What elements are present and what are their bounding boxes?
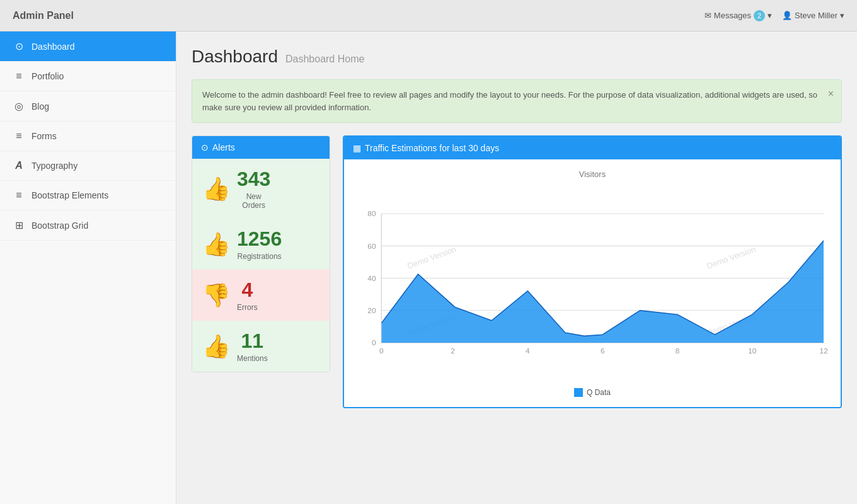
svg-text:80: 80 (367, 210, 376, 219)
welcome-alert: Welcome to the admin dashboard! Feel fre… (192, 79, 842, 123)
svg-text:40: 40 (367, 274, 376, 283)
messages-button[interactable]: ✉ Messages 2 ▾ (705, 10, 772, 21)
bootstrap-elements-icon: ≡ (13, 190, 25, 201)
alert-row-orders: 👍 343 NewOrders (192, 159, 330, 219)
sidebar-item-label: Portfolio (32, 71, 64, 81)
sidebar-item-label: Typography (32, 161, 78, 171)
errors-label: Errors (237, 303, 258, 312)
alerts-widget: ⊙ Alerts 👍 343 NewOrders 👍 1256 (192, 135, 330, 372)
sidebar-item-dashboard[interactable]: ⊙ Dashboard (0, 32, 176, 62)
traffic-widget-body: Visitors (344, 159, 841, 407)
sidebar-item-forms[interactable]: ≡ Forms (0, 122, 176, 151)
alert-text: Welcome to the admin dashboard! Feel fre… (202, 90, 817, 112)
messages-badge: 2 (754, 10, 765, 21)
orders-label: NewOrders (242, 192, 265, 210)
svg-text:4: 4 (526, 346, 530, 355)
forms-icon: ≡ (13, 130, 25, 142)
user-label: Steve Miller (795, 11, 837, 20)
content-area: Dashboard Dashboard Home Welcome to the … (176, 32, 857, 504)
svg-text:8: 8 (676, 346, 680, 355)
alerts-header-title: Alerts (212, 142, 235, 152)
traffic-widget: ▦ Traffic Estimations for last 30 days V… (343, 135, 842, 408)
sidebar: ⊙ Dashboard ≡ Portfolio ◎ Blog ≡ Forms A… (0, 32, 176, 504)
svg-text:0: 0 (372, 338, 376, 347)
page-subtitle: Dashboard Home (285, 54, 364, 65)
mentions-value: 11 (241, 329, 264, 353)
sidebar-item-label: Bootstrap Elements (32, 190, 108, 200)
sidebar-item-bootstrap-elements[interactable]: ≡ Bootstrap Elements (0, 181, 176, 210)
dashboard-icon: ⊙ (13, 40, 25, 52)
legend-label: Q Data (587, 388, 611, 397)
sidebar-item-bootstrap-grid[interactable]: ⊞ Bootstrap Grid (0, 210, 176, 241)
thumbs-down-icon-errors: 👎 (202, 282, 231, 309)
chart-container: 0 20 40 60 80 0 2 4 6 8 10 12 (354, 181, 831, 383)
thumbs-up-icon-registrations: 👍 (202, 231, 231, 258)
svg-text:Demo Version: Demo Version (406, 244, 457, 270)
svg-text:12: 12 (820, 346, 828, 355)
user-menu[interactable]: 👤 Steve Miller ▾ (782, 11, 844, 20)
thumbs-up-icon-mentions: 👍 (202, 333, 231, 360)
page-header: Dashboard Dashboard Home (192, 47, 842, 67)
traffic-header-icon: ▦ (353, 143, 361, 153)
svg-text:0: 0 (379, 346, 384, 355)
traffic-widget-header: ▦ Traffic Estimations for last 30 days (344, 137, 841, 159)
svg-text:Demo Version: Demo Version (705, 244, 757, 270)
alerts-widget-header: ⊙ Alerts (192, 136, 330, 159)
chart-legend: Q Data (354, 388, 831, 397)
traffic-chart: 0 20 40 60 80 0 2 4 6 8 10 12 (354, 181, 831, 383)
sidebar-item-blog[interactable]: ◎ Blog (0, 91, 176, 122)
page-title: Dashboard (192, 47, 278, 67)
sidebar-item-portfolio[interactable]: ≡ Portfolio (0, 62, 176, 91)
sidebar-item-label: Dashboard (32, 42, 75, 52)
errors-value: 4 (241, 278, 253, 302)
portfolio-icon: ≡ (13, 71, 25, 82)
svg-text:2: 2 (451, 346, 455, 355)
alerts-header-icon: ⊙ (201, 142, 209, 152)
chart-title: Visitors (354, 169, 831, 179)
sidebar-item-typography[interactable]: A Typography (0, 151, 176, 181)
widgets-row: ⊙ Alerts 👍 343 NewOrders 👍 1256 (192, 135, 842, 408)
svg-text:10: 10 (748, 346, 757, 355)
svg-text:60: 60 (367, 242, 376, 251)
traffic-header-title: Traffic Estimations for last 30 days (365, 143, 499, 153)
sidebar-item-label: Bootstrap Grid (32, 220, 88, 231)
mentions-label: Mentions (237, 354, 268, 363)
navbar: Admin Panel ✉ Messages 2 ▾ 👤 Steve Mille… (0, 0, 857, 32)
typography-icon: A (13, 160, 25, 171)
user-icon: 👤 (782, 11, 792, 20)
bootstrap-grid-icon: ⊞ (13, 219, 25, 231)
alert-cell-orders: 343 NewOrders (237, 168, 270, 210)
orders-value: 343 (237, 168, 270, 191)
svg-text:20: 20 (367, 306, 376, 315)
navbar-right: ✉ Messages 2 ▾ 👤 Steve Miller ▾ (705, 10, 844, 21)
alert-row-errors: 👎 4 Errors (192, 270, 330, 321)
thumbs-up-icon-orders: 👍 (202, 176, 231, 202)
sidebar-item-label: Forms (32, 131, 57, 141)
alert-cell-mentions: 11 Mentions (237, 329, 268, 363)
alert-close-button[interactable]: × (828, 86, 834, 101)
sidebar-item-label: Blog (32, 101, 49, 112)
main-layout: ⊙ Dashboard ≡ Portfolio ◎ Blog ≡ Forms A… (0, 32, 857, 504)
alert-row-mentions: 👍 11 Mentions (192, 321, 330, 372)
svg-text:6: 6 (601, 346, 605, 355)
alert-cell-registrations: 1256 Registrations (237, 227, 282, 261)
alert-row-registrations: 👍 1256 Registrations (192, 219, 330, 270)
alert-cell-errors: 4 Errors (237, 278, 258, 312)
registrations-value: 1256 (237, 227, 282, 251)
navbar-brand: Admin Panel (13, 10, 74, 21)
messages-caret: ▾ (768, 11, 772, 20)
registrations-label: Registrations (238, 252, 282, 261)
user-caret: ▾ (840, 11, 844, 20)
envelope-icon: ✉ (705, 11, 711, 20)
blog-icon: ◎ (13, 100, 25, 112)
messages-label: Messages (714, 11, 751, 20)
legend-color-box (574, 388, 583, 397)
